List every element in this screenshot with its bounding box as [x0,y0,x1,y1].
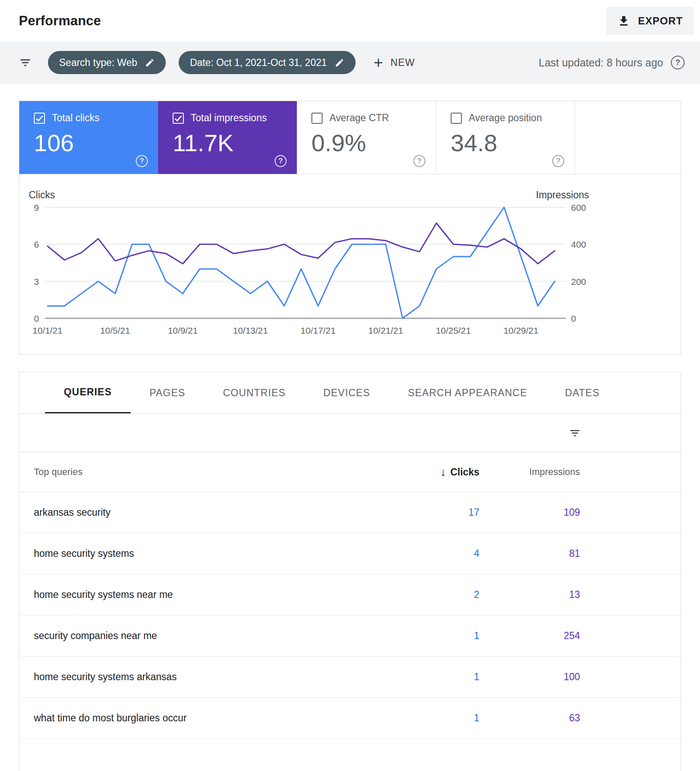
checkbox-checked-icon[interactable] [34,113,45,124]
sort-desc-icon: ↓ [440,466,446,479]
svg-text:3: 3 [34,277,39,287]
table-header: Top queries ↓ Clicks Impressions [19,452,681,492]
tab-bar: QUERIESPAGESCOUNTRIESDEVICESSEARCH APPEA… [19,372,681,414]
main-content: Total clicks 106 ? Total impressions 11.… [0,84,700,771]
help-icon[interactable]: ? [552,155,564,167]
filter-icon[interactable] [19,56,32,69]
clicks-value: 4 [359,548,479,559]
column-top-queries[interactable]: Top queries [19,466,359,478]
svg-text:600: 600 [571,203,586,212]
tab-queries[interactable]: QUERIES [45,372,131,413]
svg-text:9: 9 [34,203,39,212]
impressions-value: 109 [479,507,580,518]
svg-text:6: 6 [34,239,39,249]
impressions-value: 81 [479,548,580,559]
tab-devices[interactable]: DEVICES [305,372,389,413]
edit-icon [145,58,155,68]
impressions-value: 63 [479,712,580,724]
page-header: Performance EXPORT [0,0,700,42]
column-clicks-label: Clicks [450,466,479,478]
metric-value: 106 [34,129,158,157]
clicks-value: 2 [359,589,479,601]
impressions-value: 100 [479,671,580,683]
query-cell: what time do most burglaries occur [19,712,359,724]
tab-countries[interactable]: COUNTRIES [204,372,304,413]
svg-text:10/1/21: 10/1/21 [33,326,63,335]
queries-table-body: arkansas security17109home security syst… [19,492,681,739]
metric-tile-total-clicks[interactable]: Total clicks 106 ? [19,101,158,174]
tile-spacer [574,101,681,174]
performance-line-chart[interactable]: 03690200400600ClicksImpressions10/1/2110… [19,174,681,354]
svg-text:10/9/21: 10/9/21 [168,326,198,335]
metric-label: Total impressions [191,112,267,124]
metric-value: 34.8 [451,129,574,157]
svg-text:Clicks: Clicks [29,189,55,200]
metric-label: Total clicks [52,112,99,124]
date-chip-label: Date: Oct 1, 2021-Oct 31, 2021 [190,57,327,69]
column-clicks[interactable]: ↓ Clicks [359,466,479,479]
svg-text:0: 0 [571,314,576,323]
help-icon[interactable]: ? [275,155,287,167]
svg-text:10/21/21: 10/21/21 [368,326,403,335]
search-type-chip-label: Search type: Web [59,57,137,69]
edit-icon [335,58,344,68]
svg-text:Impressions: Impressions [536,189,589,200]
column-impressions[interactable]: Impressions [479,466,580,478]
export-label: EXPORT [638,15,683,27]
checkbox-unchecked-icon[interactable] [451,113,462,124]
checkbox-checked-icon[interactable] [173,113,184,124]
svg-text:200: 200 [571,277,586,287]
svg-text:10/5/21: 10/5/21 [100,326,130,335]
chart-area: 03690200400600ClicksImpressions10/1/2110… [19,174,681,354]
tab-search-appearance[interactable]: SEARCH APPEARANCE [389,372,546,413]
last-updated: Last updated: 8 hours ago ? [538,56,690,69]
table-filter-row [19,414,681,452]
table-row[interactable]: home security systems arkansas1100 [19,657,681,698]
tab-dates[interactable]: DATES [546,372,619,413]
table-row[interactable]: security companies near me1254 [19,616,681,657]
metric-value: 11.7K [173,129,297,157]
metric-tile-total-impressions[interactable]: Total impressions 11.7K ? [158,101,297,174]
query-cell: home security systems arkansas [19,671,359,683]
svg-text:10/13/21: 10/13/21 [233,326,268,335]
checkbox-unchecked-icon[interactable] [311,113,323,124]
query-cell: arkansas security [19,507,359,518]
new-filter-button[interactable]: + NEW [374,54,415,71]
date-filter-chip[interactable]: Date: Oct 1, 2021-Oct 31, 2021 [179,51,356,74]
metric-value: 0.9% [311,129,436,157]
svg-text:400: 400 [571,239,586,249]
search-type-chip[interactable]: Search type: Web [48,51,166,74]
clicks-value: 17 [359,507,479,518]
svg-text:10/29/21: 10/29/21 [503,326,538,335]
help-icon[interactable]: ? [136,155,148,167]
clicks-value: 1 [359,630,479,642]
metric-tile-average-ctr[interactable]: Average CTR 0.9% ? [297,101,436,174]
metric-tiles: Total clicks 106 ? Total impressions 11.… [19,101,681,174]
query-cell: home security systems near me [19,589,359,601]
metric-label: Average CTR [329,112,389,124]
table-filter-icon[interactable] [569,427,581,439]
download-icon [617,15,630,27]
metric-tile-average-position[interactable]: Average position 34.8 ? [436,101,574,174]
svg-text:10/25/21: 10/25/21 [436,326,471,335]
table-row[interactable]: arkansas security17109 [19,492,681,533]
new-filter-label: NEW [390,57,415,69]
table-row[interactable]: home security systems near me213 [19,574,681,616]
clicks-value: 1 [359,671,479,683]
filter-bar: Search type: Web Date: Oct 1, 2021-Oct 3… [0,42,700,84]
performance-chart-card: Total clicks 106 ? Total impressions 11.… [19,101,681,355]
metric-label: Average position [469,112,542,124]
impressions-value: 13 [479,589,580,601]
last-updated-text: Last updated: 8 hours ago [538,57,663,69]
table-row[interactable]: what time do most burglaries occur163 [19,698,681,739]
export-button[interactable]: EXPORT [606,7,694,35]
svg-text:10/17/21: 10/17/21 [301,326,336,335]
impressions-value: 254 [479,630,580,642]
help-icon[interactable]: ? [671,56,685,69]
tab-pages[interactable]: PAGES [131,372,204,413]
table-row[interactable]: home security systems481 [19,533,681,574]
help-icon[interactable]: ? [413,155,425,167]
query-cell: security companies near me [19,630,359,642]
page-title: Performance [19,13,101,29]
plus-icon: + [374,54,383,71]
